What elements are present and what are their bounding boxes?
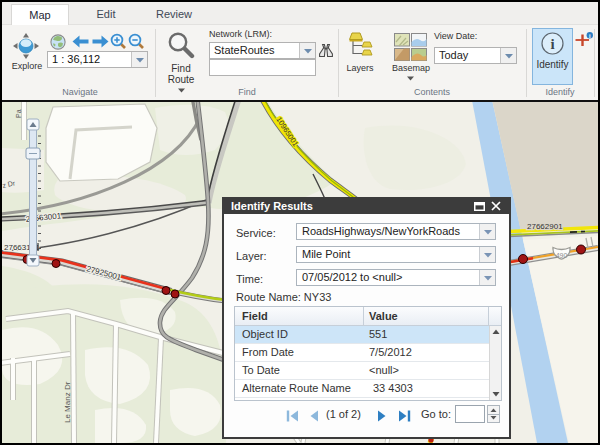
svg-text:Le Manz Dr: Le Manz Dr — [63, 381, 72, 423]
svg-text:27662901: 27662901 — [527, 222, 563, 231]
svg-text:Pa: Pa — [15, 109, 22, 118]
svg-text:i: i — [550, 36, 554, 52]
svg-text:490: 490 — [556, 252, 568, 259]
